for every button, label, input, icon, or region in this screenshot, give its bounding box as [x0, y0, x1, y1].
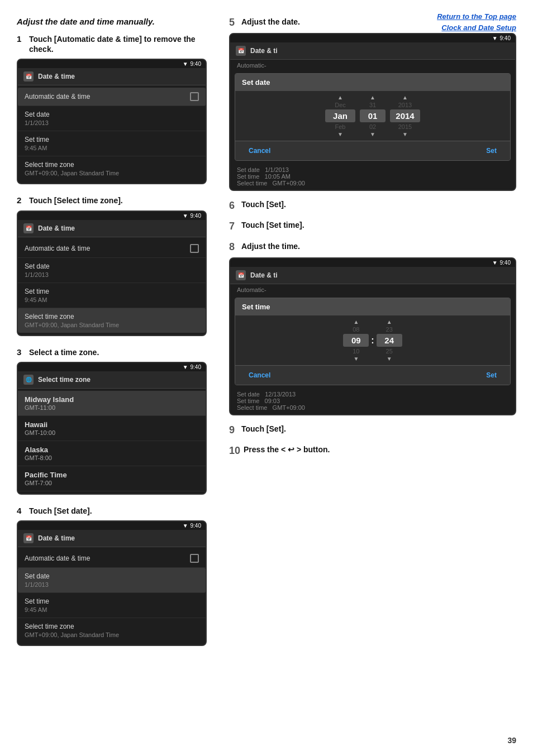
- step-2-row-timezone[interactable]: Select time zone GMT+09:00, Japan Standa…: [18, 308, 206, 333]
- step-8-picker: ▲ 08 09 10 ▼ : ▲ 23 24: [235, 315, 510, 365]
- month-current: Jan: [325, 109, 355, 122]
- hour-next: 10: [353, 348, 359, 355]
- month-next: Feb: [335, 123, 346, 130]
- step-7-text: Touch [Set time].: [241, 221, 304, 229]
- step-1-row-auto[interactable]: Automatic date & time: [18, 88, 206, 106]
- year-down-arrow[interactable]: ▼: [402, 131, 408, 137]
- tz-hawaii-offset: GMT-10:00: [25, 429, 199, 436]
- day-next: 02: [369, 123, 376, 130]
- min-up-arrow[interactable]: ▲: [387, 319, 392, 325]
- auto-date-label: Automatic date & time: [25, 93, 90, 101]
- page-title: Adjust the date and time manually.: [17, 17, 207, 26]
- step-3-phone: ▼ 9:40 🌐 Select time zone Midway Island …: [17, 362, 207, 495]
- calendar-icon4: 📅: [23, 533, 34, 543]
- day-up-arrow[interactable]: ▲: [370, 94, 375, 101]
- tz-alaska[interactable]: Alaska GMT-8:00: [18, 441, 206, 466]
- step-8-cancel-btn[interactable]: Cancel: [244, 370, 275, 380]
- year-prev: 2013: [398, 102, 412, 108]
- set-date-label4: Set date: [25, 572, 199, 580]
- step-4-text: Touch [Set date].: [29, 506, 92, 516]
- step-1-text: Touch [Automatic date & time] to remove …: [29, 34, 207, 54]
- s5-row2: Set date 1/1/2013: [237, 166, 508, 173]
- step-1: 1 Touch [Automatic date & time] to remov…: [17, 34, 207, 184]
- top-page-link-line2[interactable]: Clock and Date Setup: [437, 22, 516, 34]
- hour-up-arrow[interactable]: ▲: [353, 319, 359, 325]
- s8-row4: Select time GMT+09:00: [237, 404, 508, 411]
- min-next: 25: [386, 348, 393, 355]
- step-8-set-btn[interactable]: Set: [482, 370, 501, 380]
- month-prev: Dec: [335, 102, 346, 108]
- calendar-icon2: 📅: [23, 223, 34, 233]
- step-8-time: 9:40: [500, 260, 511, 266]
- timezone-value4: GMT+09:00, Japan Standard Time: [25, 631, 199, 638]
- day-prev: 31: [369, 102, 376, 108]
- step-2-row-settime[interactable]: Set time 9:45 AM: [18, 283, 206, 308]
- step-1-body: Automatic date & time Set date 1/1/2013 …: [18, 85, 206, 183]
- step-1-row-timezone[interactable]: Select time zone GMT+09:00, Japan Standa…: [18, 156, 206, 181]
- status-signal-icon2: ▼: [183, 213, 188, 219]
- step-9-text: Touch [Set].: [241, 424, 286, 433]
- auto-date-checkbox2[interactable]: [190, 244, 199, 253]
- step-4-number: 4: [17, 506, 26, 515]
- set-date-value: 1/1/2013: [25, 119, 199, 126]
- tz-hawaii-name: Hawaii: [25, 420, 199, 429]
- auto-date-checkbox[interactable]: [190, 92, 199, 101]
- hour-picker: ▲ 08 09 10 ▼: [343, 319, 369, 362]
- timezone-label2: Select time zone: [25, 313, 199, 320]
- step-10-number: 10: [229, 445, 240, 457]
- step-8-titlebar: 📅 Date & ti: [230, 267, 515, 284]
- day-down-arrow[interactable]: ▼: [370, 131, 375, 137]
- step-2-body: Automatic date & time Set date 1/1/2013 …: [18, 237, 206, 335]
- top-page-link-line1[interactable]: Return to the Top page: [437, 11, 516, 22]
- step-2-text: Touch [Select time zone].: [29, 195, 123, 205]
- step-3: 3 Select a time zone. ▼ 9:40 🌐 Select ti…: [17, 347, 207, 495]
- tz-pacific-offset: GMT-7:00: [25, 480, 199, 486]
- step-6-text: Touch [Set].: [241, 200, 286, 209]
- hour-down-arrow[interactable]: ▼: [353, 356, 359, 362]
- tz-pacific[interactable]: Pacific Time GMT-7:00: [18, 466, 206, 491]
- step-3-body: Midway Island GMT-11:00 Hawaii GMT-10:00…: [18, 389, 206, 494]
- tz-midway[interactable]: Midway Island GMT-11:00: [18, 391, 206, 416]
- month-picker: ▲ Dec Jan Feb ▼: [325, 94, 355, 137]
- step-5-phone: ▼ 9:40 📅 Date & ti Automatic- Set date: [229, 33, 516, 191]
- auto-date-label4: Automatic date & time: [25, 554, 90, 562]
- tz-alaska-name: Alaska: [25, 446, 199, 454]
- step-1-row-setdate[interactable]: Set date 1/1/2013: [18, 106, 206, 131]
- step-2-number: 2: [17, 195, 26, 205]
- step-2-row-auto[interactable]: Automatic date & time: [18, 240, 206, 258]
- step-1-row-settime[interactable]: Set time 9:45 AM: [18, 131, 206, 156]
- s5-row3: Set time 10:05 AM: [237, 173, 508, 180]
- step-5-dialog-title: Set date: [235, 74, 510, 91]
- set-time-value: 9:45 AM: [25, 145, 199, 151]
- step-2-time: 9:40: [191, 213, 201, 219]
- step-2-row-setdate[interactable]: Set date 1/1/2013: [18, 258, 206, 283]
- month-up-arrow[interactable]: ▲: [337, 94, 343, 101]
- step-4-row-setdate[interactable]: Set date 1/1/2013: [18, 568, 206, 593]
- step-8-dialog-title: Set time: [235, 298, 510, 315]
- min-down-arrow[interactable]: ▼: [387, 356, 392, 362]
- step-5-cancel-btn[interactable]: Cancel: [244, 146, 275, 156]
- top-page-link[interactable]: Return to the Top page Clock and Date Se…: [437, 11, 516, 33]
- step-5-title: Date & ti: [250, 47, 278, 55]
- auto-date-checkbox4[interactable]: [190, 554, 199, 563]
- time-separator: :: [371, 336, 374, 346]
- step-5-dialog: Set date ▲ Dec Jan Feb ▼: [235, 73, 511, 161]
- step-5-set-btn[interactable]: Set: [482, 146, 501, 156]
- step-4-row-timezone[interactable]: Select time zone GMT+09:00, Japan Standa…: [18, 618, 206, 643]
- step-4-row-settime[interactable]: Set time 9:45 AM: [18, 593, 206, 618]
- s8-row3: Set time 09:03: [237, 398, 508, 404]
- step-4-row-auto[interactable]: Automatic date & time: [18, 549, 206, 568]
- month-down-arrow[interactable]: ▼: [337, 131, 343, 137]
- day-current: 01: [360, 109, 386, 122]
- s5-row4: Select time GMT+09:00: [237, 180, 508, 186]
- s8-behind-rows: Set date 12/13/2013 Set time 09:03 Selec…: [230, 390, 515, 414]
- year-up-arrow[interactable]: ▲: [402, 94, 408, 101]
- step-1-statusbar: ▼ 9:40: [18, 60, 206, 68]
- status-signal-icon8: ▼: [492, 260, 498, 266]
- step-5-statusbar: ▼ 9:40: [230, 34, 515, 42]
- min-prev: 23: [386, 326, 393, 333]
- step-8: 8 Adjust the time. ▼ 9:40 📅 Date & ti Au…: [229, 241, 516, 415]
- tz-hawaii[interactable]: Hawaii GMT-10:00: [18, 416, 206, 441]
- step-2-title: Date & time: [38, 224, 75, 232]
- tz-alaska-offset: GMT-8:00: [25, 454, 199, 461]
